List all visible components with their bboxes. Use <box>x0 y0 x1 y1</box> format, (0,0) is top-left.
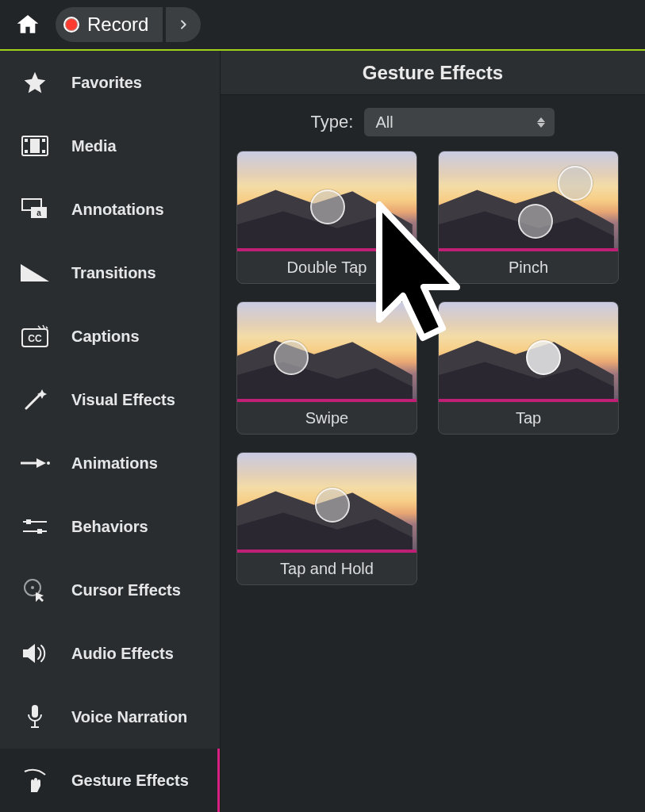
effect-thumbnail <box>237 453 417 553</box>
record-button[interactable]: Record <box>56 7 163 42</box>
filmstrip-icon <box>19 130 51 162</box>
svg-text:CC: CC <box>28 333 42 344</box>
effect-thumbnail <box>439 151 618 251</box>
svg-rect-4 <box>42 150 45 153</box>
sidebar-item-label: Visual Effects <box>71 391 175 409</box>
cursor-effects-icon <box>19 574 51 606</box>
record-icon <box>63 17 79 33</box>
effect-card-tap[interactable]: Tap <box>438 301 619 435</box>
sidebar-item-captions[interactable]: CC Captions <box>0 304 220 368</box>
select-stepper-icon <box>537 117 545 128</box>
svg-rect-3 <box>42 139 45 142</box>
svg-rect-5 <box>30 139 40 153</box>
home-button[interactable] <box>11 8 44 41</box>
sidebar-item-label: Voice Narration <box>71 708 187 726</box>
microphone-icon <box>19 701 51 733</box>
record-label: Record <box>87 13 148 36</box>
type-label: Type: <box>311 112 354 132</box>
svg-text:a: a <box>36 209 41 217</box>
svg-rect-17 <box>37 529 42 534</box>
effect-card-swipe[interactable]: Swipe <box>236 301 417 435</box>
svg-point-13 <box>47 462 50 465</box>
effect-label: Pinch <box>439 251 618 283</box>
type-select[interactable]: All <box>364 108 555 136</box>
sidebar-item-label: Behaviors <box>71 518 148 536</box>
transition-icon <box>19 257 51 289</box>
svg-rect-20 <box>32 705 38 718</box>
sidebar-item-label: Transitions <box>71 264 156 282</box>
svg-rect-15 <box>26 519 31 524</box>
annotation-icon: a <box>19 193 51 225</box>
sidebar-item-label: Gesture Effects <box>71 772 189 790</box>
effect-thumbnail <box>237 302 417 402</box>
effect-thumbnail <box>237 151 417 251</box>
sidebar-item-annotations[interactable]: a Annotations <box>0 178 220 241</box>
captions-icon: CC <box>19 320 51 352</box>
svg-line-12 <box>26 394 40 408</box>
star-icon <box>19 67 51 98</box>
chevron-right-icon <box>177 18 190 31</box>
sidebar-item-favorites[interactable]: Favorites <box>0 51 220 114</box>
sidebar-item-behaviors[interactable]: Behaviors <box>0 495 220 558</box>
home-icon <box>15 12 40 37</box>
sidebar-item-label: Audio Effects <box>71 645 174 663</box>
effect-card-double-tap[interactable]: Double Tap <box>236 151 417 284</box>
sidebar-item-label: Captions <box>71 327 140 346</box>
sidebar-item-label: Animations <box>71 454 158 473</box>
sidebar-item-label: Favorites <box>71 74 142 92</box>
gesture-icon <box>19 764 51 796</box>
speaker-icon <box>19 638 51 669</box>
wand-icon <box>19 384 51 416</box>
sidebar-item-animations[interactable]: Animations <box>0 431 220 495</box>
svg-rect-2 <box>25 150 28 153</box>
sidebar-item-media[interactable]: Media <box>0 114 220 178</box>
effect-label: Tap <box>439 402 618 434</box>
effect-label: Swipe <box>237 402 417 434</box>
panel-title: Gesture Effects <box>221 51 645 95</box>
sidebar-item-label: Annotations <box>71 201 164 219</box>
svg-point-19 <box>31 586 34 589</box>
sidebar: Favorites Media a Annotations Transition… <box>0 51 221 812</box>
sidebar-item-label: Cursor Effects <box>71 581 181 599</box>
sidebar-item-voice-narration[interactable]: Voice Narration <box>0 685 220 749</box>
sidebar-item-gesture-effects[interactable]: Gesture Effects <box>0 749 220 812</box>
svg-rect-1 <box>25 139 28 142</box>
sidebar-item-label: Media <box>71 137 117 155</box>
sliders-icon <box>19 511 51 542</box>
effect-card-tap-and-hold[interactable]: Tap and Hold <box>236 452 417 585</box>
effect-label: Tap and Hold <box>237 553 417 584</box>
animation-icon <box>19 447 51 479</box>
effect-thumbnail <box>439 302 618 402</box>
type-select-value: All <box>375 113 393 132</box>
sidebar-item-transitions[interactable]: Transitions <box>0 241 220 304</box>
sidebar-item-visual-effects[interactable]: Visual Effects <box>0 368 220 431</box>
record-dropdown-button[interactable] <box>166 7 201 42</box>
sidebar-item-cursor-effects[interactable]: Cursor Effects <box>0 558 220 622</box>
sidebar-item-audio-effects[interactable]: Audio Effects <box>0 622 220 685</box>
effect-card-pinch[interactable]: Pinch <box>438 151 619 284</box>
effect-label: Double Tap <box>237 251 417 283</box>
